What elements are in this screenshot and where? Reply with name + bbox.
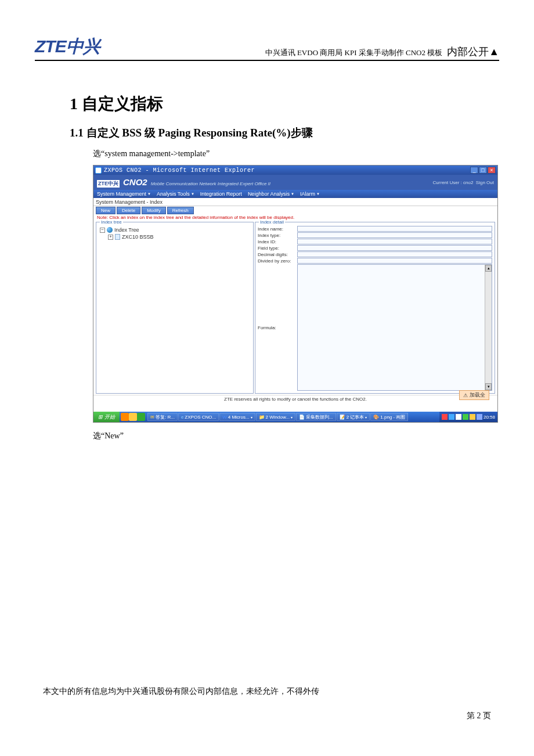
warning-icon: ⚠ [463,393,468,398]
menu-neighbor-analysis[interactable]: Neighbor Analysis▼ [248,191,294,197]
system-tray[interactable]: 20:58 [439,412,497,422]
doc-title: 中兴通讯 EVDO 商用局 KPI 采集手动制作 CNO2 模板 [265,48,443,58]
input-index-name[interactable] [297,226,492,232]
label-index-type: Index type: [258,233,297,238]
heading-1-1: 1.1 自定义 BSS 级 Paging Responsing Rate(%)步… [70,125,499,141]
input-decimal-digits[interactable] [297,251,492,257]
brand-main: CNO2 [123,177,147,187]
ql-icon-1[interactable] [121,413,129,421]
task-zxpos[interactable]: eZXPOS CNO... [178,413,219,421]
doc-header: ZTE中兴 中兴通讯 EVDO 商用局 KPI 采集手动制作 CNO2 模板 内… [35,35,499,61]
minimize-button[interactable]: _ [470,167,478,174]
collapse-icon[interactable]: − [100,228,105,233]
mail-icon: ✉ [150,415,154,420]
label-index-name: Index name: [258,226,297,232]
new-button[interactable]: New [96,207,116,214]
input-index-type[interactable] [297,232,492,238]
node-icon [115,234,120,240]
refresh-button[interactable]: Refresh [167,207,194,214]
taskbar: ⊞ 开始 ✉答复: R... eZXPOS CNO... W4 Micros..… [93,412,497,422]
window-titlebar: ZXPOS CNO2 - Microsoft Internet Explorer… [93,165,497,175]
windows-icon: ⊞ [98,414,103,420]
tray-icon-3[interactable] [456,414,461,420]
step-2-text: 选“New” [93,431,499,441]
page-footer: 本文中的所有信息均为中兴通讯股份有限公司内部信息，未经允许，不得外传 第 2 页 [43,686,491,721]
task-collect[interactable]: 📄采集数据列... [296,413,336,421]
app-branding-bar: ZTE中兴 CNO2 Mobile Communication Network … [93,175,497,190]
ie-icon [95,167,102,174]
paint-icon: 🎨 [373,415,379,420]
task-explorer[interactable]: 📁2 Window...▾ [256,413,295,421]
menubar: System Management▼ Analysis Tools▼ Integ… [93,190,497,198]
label-decimal-digits: Decimal digits: [258,252,297,257]
expand-icon[interactable]: + [108,235,113,240]
label-field-type: Field type: [258,246,297,251]
warning-text: 加载全 [470,391,485,399]
tray-icon-6[interactable] [477,414,482,420]
index-tree-legend: Index tree [100,219,123,225]
ql-icon-3[interactable] [137,413,145,421]
input-index-id[interactable] [297,239,492,244]
tree-root[interactable]: − Index Tree [100,227,250,233]
step-1-text: 选“system management->template” [93,149,499,159]
ie-icon: e [181,415,183,420]
label-divided-by-zero: Divided by zero: [258,258,297,264]
task-paint[interactable]: 🎨1.png - 画图 [370,413,408,421]
clock: 20:58 [484,415,495,420]
classification: 内部公开▲ [447,45,499,59]
toolbar: New Delete Modify Refresh [93,206,497,214]
page-icon: 📄 [299,415,305,420]
task-reply[interactable]: ✉答复: R... [147,413,178,421]
scroll-up-icon[interactable]: ▴ [485,265,492,272]
tray-icon-2[interactable] [449,414,454,420]
tray-icon-4[interactable] [463,414,468,420]
zte-logo: ZTE中兴 [35,35,100,59]
input-divided-by-zero[interactable] [297,258,492,264]
input-field-type[interactable] [297,245,492,251]
page-number: 第 2 页 [43,711,491,721]
tree-child-label: ZXC10 BSSB [122,234,154,240]
modify-button[interactable]: Modify [142,207,166,214]
breadcrumb: System Management - Index [93,198,497,206]
folder-icon: 📁 [259,415,265,420]
index-tree-panel: Index tree − Index Tree + ZXC10 BSSB [96,222,254,394]
load-warning[interactable]: ⚠ 加载全 [459,390,489,400]
brand-small-logo: ZTE中兴 [97,180,120,188]
globe-icon [107,227,113,233]
window-title: ZXPOS CNO2 - Microsoft Internet Explorer [104,167,255,174]
current-user-label: Current User : cno2 [433,180,474,185]
menu-system-management[interactable]: System Management▼ [97,191,151,197]
menu-analysis-tools[interactable]: Analysis Tools▼ [157,191,194,197]
hint-note: Note: Click an index on the index tree a… [93,214,497,221]
word-icon: W [222,415,227,420]
task-notepad[interactable]: 📝2 记事本▾ [337,413,370,421]
embedded-screenshot: ZXPOS CNO2 - Microsoft Internet Explorer… [93,165,498,423]
tree-root-label: Index Tree [114,227,139,233]
ql-icon-2[interactable] [129,413,137,421]
tray-icon-1[interactable] [442,414,448,420]
scrollbar[interactable]: ▴ ▾ [485,265,492,390]
menu-integration-report[interactable]: Integration Report [200,191,242,197]
close-button[interactable]: × [488,167,496,174]
delete-button[interactable]: Delete [117,207,140,214]
tree-child[interactable]: + ZXC10 BSSB [108,234,250,240]
sign-out-link[interactable]: Sign Out [476,180,494,185]
maximize-button[interactable]: □ [479,167,487,174]
task-word[interactable]: W4 Micros...▾ [219,413,255,421]
label-index-id: Index ID: [258,239,297,244]
start-button[interactable]: ⊞ 开始 [93,412,120,422]
textarea-formula[interactable]: ▴ ▾ [297,264,492,391]
app-footer-note: ZTE reserves all rights to modify or can… [93,395,497,403]
heading-1: 1 自定义指标 [70,93,499,115]
index-detail-legend: Index detail [259,219,285,225]
label-formula: Formula: [258,325,297,330]
brand-subtitle: Mobile Communication Network Integrated … [151,181,270,186]
notepad-icon: 📝 [340,415,345,420]
index-detail-panel: Index detail Index name: Index type: Ind… [255,222,495,394]
scroll-down-icon[interactable]: ▾ [485,383,492,390]
tray-icon-5[interactable] [470,414,475,420]
menu-ialarm[interactable]: IAlarm▼ [300,191,320,197]
confidentiality-note: 本文中的所有信息均为中兴通讯股份有限公司内部信息，未经允许，不得外传 [43,686,491,697]
